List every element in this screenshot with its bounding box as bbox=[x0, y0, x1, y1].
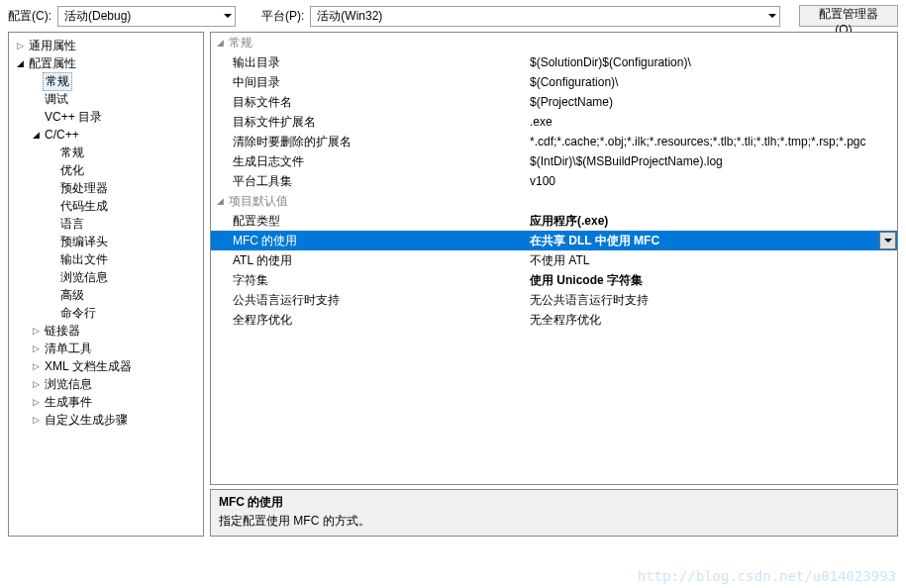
tree-item[interactable]: ▷调试 bbox=[9, 90, 203, 108]
property-name: 中间目录 bbox=[211, 72, 526, 92]
config-label: 配置(C): bbox=[8, 8, 51, 25]
property-value[interactable]: 不使用 ATL bbox=[526, 250, 897, 270]
expand-icon[interactable]: ▷ bbox=[31, 343, 41, 353]
property-value[interactable]: $(IntDir)\$(MSBuildProjectName).log bbox=[526, 151, 897, 171]
tree-item-label: 常规 bbox=[43, 72, 72, 91]
tree-item[interactable]: ▷自定义生成步骤 bbox=[9, 411, 203, 429]
tree-item-label: 代码生成 bbox=[58, 198, 110, 215]
watermark: http://blog.csdn.net/u014023993 bbox=[638, 568, 896, 584]
dropdown-button[interactable] bbox=[879, 232, 896, 249]
description-pane: MFC 的使用 指定配置使用 MFC 的方式。 bbox=[210, 489, 898, 537]
tree-item-label: 生成事件 bbox=[43, 394, 94, 411]
tree-item-label: 自定义生成步骤 bbox=[43, 412, 130, 429]
tree-item-label: 预处理器 bbox=[58, 180, 110, 197]
tree-item[interactable]: ▷预处理器 bbox=[9, 179, 203, 197]
property-value[interactable]: $(Configuration)\ bbox=[526, 72, 897, 92]
property-group-header[interactable]: ◢项目默认值 bbox=[211, 191, 897, 211]
expand-icon[interactable]: ▷ bbox=[31, 326, 41, 336]
property-row[interactable]: MFC 的使用在共享 DLL 中使用 MFC bbox=[211, 231, 897, 250]
tree-item-label: 命令行 bbox=[58, 305, 98, 322]
chevron-down-icon bbox=[768, 14, 776, 18]
tree-item[interactable]: ▷生成事件 bbox=[9, 393, 203, 411]
tree-item-label: 配置属性 bbox=[27, 55, 78, 72]
tree-item[interactable]: ▷VC++ 目录 bbox=[9, 108, 203, 126]
tree-item[interactable]: ▷命令行 bbox=[9, 304, 203, 322]
tree-item-label: 清单工具 bbox=[43, 341, 94, 357]
tree-item-label: VC++ 目录 bbox=[43, 109, 104, 126]
property-group-header[interactable]: ◢常规 bbox=[211, 33, 897, 52]
property-row[interactable]: 配置类型应用程序(.exe) bbox=[211, 211, 897, 231]
collapse-icon[interactable]: ◢ bbox=[215, 38, 225, 48]
platform-combo[interactable]: 活动(Win32) bbox=[310, 6, 780, 27]
config-manager-button[interactable]: 配置管理器(O)... bbox=[799, 5, 898, 27]
tree-item-label: 通用属性 bbox=[27, 38, 78, 54]
property-value[interactable]: $(SolutionDir)$(Configuration)\ bbox=[526, 52, 897, 72]
tree-item[interactable]: ▷预编译头 bbox=[9, 233, 203, 250]
expand-icon[interactable]: ▷ bbox=[31, 361, 41, 371]
tree-item-label: 预编译头 bbox=[58, 234, 110, 250]
property-value[interactable]: 无全程序优化 bbox=[526, 310, 897, 330]
tree-item[interactable]: ▷浏览信息 bbox=[9, 268, 203, 286]
property-row[interactable]: 公共语言运行时支持无公共语言运行时支持 bbox=[211, 290, 897, 310]
group-title: 项目默认值 bbox=[229, 193, 288, 210]
property-row[interactable]: ATL 的使用不使用 ATL bbox=[211, 250, 897, 270]
tree-item[interactable]: ◢配置属性 bbox=[9, 54, 203, 72]
tree-item-label: 输出文件 bbox=[58, 251, 110, 268]
config-combo[interactable]: 活动(Debug) bbox=[57, 6, 236, 27]
property-row[interactable]: 清除时要删除的扩展名*.cdf;*.cache;*.obj;*.ilk;*.re… bbox=[211, 132, 897, 151]
property-name: MFC 的使用 bbox=[211, 231, 526, 250]
tree-item[interactable]: ▷清单工具 bbox=[9, 340, 203, 357]
tree-item[interactable]: ◢C/C++ bbox=[9, 126, 203, 144]
tree-item[interactable]: ▷优化 bbox=[9, 161, 203, 179]
property-value[interactable]: 应用程序(.exe) bbox=[526, 211, 897, 231]
collapse-icon[interactable]: ◢ bbox=[31, 130, 41, 140]
property-name: 公共语言运行时支持 bbox=[211, 290, 526, 310]
property-row[interactable]: 目标文件名$(ProjectName) bbox=[211, 92, 897, 112]
property-name: 全程序优化 bbox=[211, 310, 526, 330]
expand-icon[interactable]: ▷ bbox=[31, 397, 41, 407]
expand-icon[interactable]: ▷ bbox=[31, 415, 41, 425]
property-value[interactable]: $(ProjectName) bbox=[526, 92, 897, 112]
group-title: 常规 bbox=[229, 35, 252, 51]
property-value[interactable]: v100 bbox=[526, 171, 897, 191]
tree-item[interactable]: ▷通用属性 bbox=[9, 37, 203, 54]
tree-item[interactable]: ▷浏览信息 bbox=[9, 375, 203, 393]
property-value[interactable]: 在共享 DLL 中使用 MFC bbox=[526, 231, 897, 250]
tree-item[interactable]: ▷高级 bbox=[9, 286, 203, 304]
property-grid[interactable]: ◢常规输出目录$(SolutionDir)$(Configuration)\中间… bbox=[210, 32, 898, 485]
tree-item-label: 语言 bbox=[58, 216, 86, 233]
tree-item-label: 调试 bbox=[43, 91, 70, 108]
property-name: 目标文件扩展名 bbox=[211, 112, 526, 132]
property-row[interactable]: 全程序优化无全程序优化 bbox=[211, 310, 897, 330]
property-name: 目标文件名 bbox=[211, 92, 526, 112]
tree-item[interactable]: ▷常规 bbox=[9, 144, 203, 161]
property-value[interactable]: .exe bbox=[526, 112, 897, 132]
property-row[interactable]: 字符集使用 Unicode 字符集 bbox=[211, 270, 897, 290]
property-name: 清除时要删除的扩展名 bbox=[211, 132, 526, 151]
property-row[interactable]: 平台工具集v100 bbox=[211, 171, 897, 191]
tree-item[interactable]: ▷语言 bbox=[9, 215, 203, 233]
collapse-icon[interactable]: ◢ bbox=[15, 58, 25, 68]
nav-tree[interactable]: ▷通用属性◢配置属性▷常规▷调试▷VC++ 目录◢C/C++▷常规▷优化▷预处理… bbox=[8, 32, 204, 537]
property-name: 配置类型 bbox=[211, 211, 526, 231]
expand-icon[interactable]: ▷ bbox=[15, 41, 25, 50]
property-row[interactable]: 中间目录$(Configuration)\ bbox=[211, 72, 897, 92]
tree-item[interactable]: ▷输出文件 bbox=[9, 250, 203, 268]
property-row[interactable]: 生成日志文件$(IntDir)\$(MSBuildProjectName).lo… bbox=[211, 151, 897, 171]
tree-item-label: 浏览信息 bbox=[43, 376, 94, 393]
collapse-icon[interactable]: ◢ bbox=[215, 196, 225, 206]
property-value[interactable]: 使用 Unicode 字符集 bbox=[526, 270, 897, 290]
tree-item-label: 常规 bbox=[58, 145, 86, 161]
property-row[interactable]: 输出目录$(SolutionDir)$(Configuration)\ bbox=[211, 52, 897, 72]
property-row[interactable]: 目标文件扩展名.exe bbox=[211, 112, 897, 132]
chevron-down-icon bbox=[884, 239, 892, 243]
tree-item-label: 浏览信息 bbox=[58, 269, 110, 286]
property-value[interactable]: *.cdf;*.cache;*.obj;*.ilk;*.resources;*.… bbox=[526, 132, 897, 151]
expand-icon[interactable]: ▷ bbox=[31, 379, 41, 389]
property-name: ATL 的使用 bbox=[211, 250, 526, 270]
tree-item[interactable]: ▷链接器 bbox=[9, 322, 203, 340]
tree-item[interactable]: ▷XML 文档生成器 bbox=[9, 357, 203, 375]
property-value[interactable]: 无公共语言运行时支持 bbox=[526, 290, 897, 310]
tree-item[interactable]: ▷代码生成 bbox=[9, 197, 203, 215]
tree-item[interactable]: ▷常规 bbox=[9, 72, 203, 90]
